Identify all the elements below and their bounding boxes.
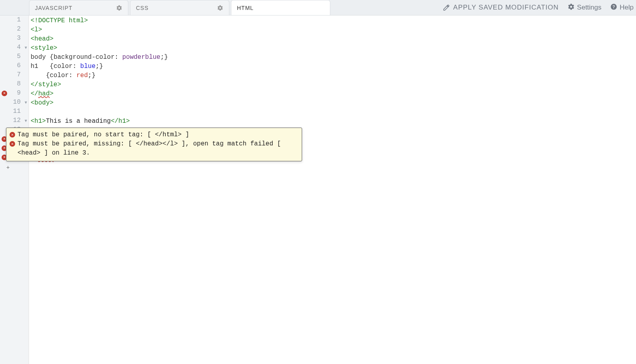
code-line[interactable]: {color: red;} xyxy=(31,71,634,80)
line-number: 5 xyxy=(0,52,29,61)
fold-toggle-icon[interactable]: ▼ xyxy=(25,43,27,52)
code-line[interactable]: </style> xyxy=(31,80,634,89)
svg-text:?: ? xyxy=(613,4,615,9)
line-number: 6 xyxy=(0,61,29,70)
lint-tooltip: ✕ Tag must be paired, no start tag: [ </… xyxy=(6,128,302,161)
help-button[interactable]: ? Help xyxy=(610,3,634,12)
tab-javascript[interactable]: JAVASCRIPT xyxy=(29,0,128,15)
gear-icon xyxy=(568,3,575,12)
code-editor[interactable]: 1234▼56789✕10▼1112▼1314✕15✕16✕ <!DOCTYPE… xyxy=(0,15,636,364)
error-icon: ✕ xyxy=(10,132,15,137)
line-number-gutter: 1234▼56789✕10▼1112▼1314✕15✕16✕ xyxy=(0,15,29,364)
error-icon: ✕ xyxy=(10,141,15,147)
code-line[interactable]: <l> xyxy=(31,25,634,35)
line-number: 12▼ xyxy=(0,116,29,125)
error-icon: ✕ xyxy=(2,91,7,96)
apply-saved-label: APPLY SAVED MODIFICATION xyxy=(453,4,559,12)
fold-toggle-icon[interactable]: ▼ xyxy=(25,98,27,107)
code-line[interactable]: <style> xyxy=(31,44,634,53)
line-number: 7 xyxy=(0,70,29,79)
pencil-icon xyxy=(443,4,450,11)
line-number: 11 xyxy=(0,107,29,116)
code-line[interactable]: <body> xyxy=(31,99,634,108)
help-label: Help xyxy=(620,4,634,12)
line-number: 10▼ xyxy=(0,98,29,107)
code-line[interactable]: h1 {color: blue;} xyxy=(31,62,634,71)
tab-css[interactable]: CSS xyxy=(130,0,229,15)
line-number: 2 xyxy=(0,25,29,34)
tab-label: HTML xyxy=(237,5,254,11)
code-line[interactable]: <h1>This is a heading</h1> xyxy=(31,117,634,126)
apply-saved-modification-button[interactable]: APPLY SAVED MODIFICATION xyxy=(443,4,559,12)
settings-button[interactable]: Settings xyxy=(568,3,601,12)
code-area[interactable]: <!DOCTYPE html><l><head><style>body {bac… xyxy=(29,15,636,364)
fold-toggle-icon[interactable]: ▼ xyxy=(25,116,27,125)
settings-label: Settings xyxy=(577,4,601,12)
line-number: 9✕ xyxy=(0,89,29,98)
code-line[interactable]: </had> xyxy=(31,89,634,99)
line-number: 1 xyxy=(0,15,29,25)
tab-html[interactable]: HTML xyxy=(231,0,330,15)
line-number: 3 xyxy=(0,34,29,43)
gear-icon[interactable] xyxy=(116,5,122,11)
tooltip-text: Tag must be paired, missing: [ </head></… xyxy=(17,139,299,158)
line-number: 4▼ xyxy=(0,43,29,52)
tooltip-text: Tag must be paired, no start tag: [ </ht… xyxy=(17,130,299,139)
tooltip-row: ✕ Tag must be paired, missing: [ </head>… xyxy=(10,139,299,158)
gear-icon[interactable] xyxy=(217,5,223,11)
tab-label: CSS xyxy=(136,5,149,11)
code-line[interactable] xyxy=(31,108,634,117)
add-line-icon[interactable]: + xyxy=(6,164,10,170)
line-number: 8 xyxy=(0,79,29,89)
topbar-left-spacer xyxy=(0,0,29,15)
tab-label: JAVASCRIPT xyxy=(35,5,72,11)
code-line[interactable]: <!DOCTYPE html> xyxy=(31,16,634,25)
help-icon: ? xyxy=(610,3,617,12)
code-line[interactable]: <head> xyxy=(31,35,634,44)
topbar-right: APPLY SAVED MODIFICATION Settings ? Help xyxy=(443,0,636,15)
topbar: JAVASCRIPT CSS HTML APPLY SAVED MODIFICA… xyxy=(0,0,636,15)
code-line[interactable]: body {background-color: powderblue;} xyxy=(31,53,634,62)
tooltip-row: ✕ Tag must be paired, no start tag: [ </… xyxy=(10,130,299,139)
